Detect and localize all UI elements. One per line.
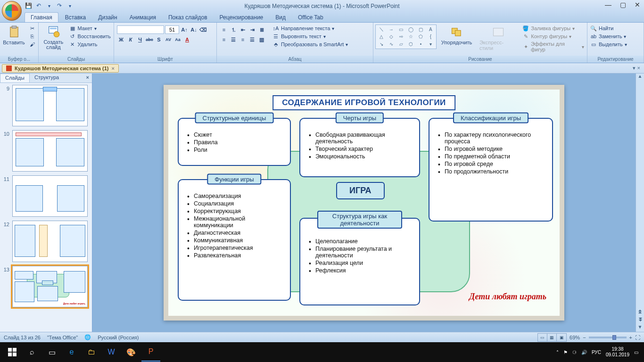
tab-slideshow[interactable]: Показ слайдов bbox=[163, 13, 213, 22]
qat-customize-icon[interactable]: ▾ bbox=[66, 2, 74, 9]
copy-button[interactable]: ⎘ bbox=[28, 33, 36, 40]
bold-button[interactable]: Ж bbox=[117, 35, 125, 44]
slide-title-box[interactable]: СОДЕРЖАНИЕ ИГРОВОЙ ТЕХНОЛОГИИ bbox=[272, 95, 455, 110]
tray-volume-icon[interactable]: 🔊 bbox=[581, 350, 587, 355]
align-text-button[interactable]: ☰Выровнять текст ▾ bbox=[272, 33, 349, 40]
font-color-button[interactable]: A bbox=[183, 35, 191, 44]
slide-thumbnail-10[interactable] bbox=[12, 130, 88, 172]
tray-network-icon[interactable]: ⚆ bbox=[572, 350, 577, 355]
find-button[interactable]: 🔍Найти bbox=[589, 25, 628, 32]
zoom-slider[interactable] bbox=[589, 337, 627, 338]
express-styles-button[interactable]: Экспресс-стили bbox=[477, 25, 520, 52]
minimize-button[interactable]: — bbox=[605, 1, 611, 8]
card-structure[interactable]: Структура игры как деятельности Целепола… bbox=[299, 218, 420, 305]
paint-taskbar-icon[interactable]: 🎨 bbox=[122, 343, 140, 362]
start-button[interactable] bbox=[3, 343, 22, 362]
zoom-in-icon[interactable]: + bbox=[629, 335, 632, 340]
grow-font-icon[interactable]: A↑ bbox=[180, 25, 189, 34]
vertical-scrollbar[interactable]: ▲ ⯭ ⯯ ▼ bbox=[636, 74, 644, 332]
align-right-icon[interactable]: ≡ bbox=[239, 35, 247, 44]
office-button[interactable] bbox=[2, 1, 22, 21]
shape-outline-button[interactable]: ✎Контур фигуры ▾ bbox=[521, 33, 585, 40]
shape-effects-button[interactable]: ✦Эффекты для фигур ▾ bbox=[521, 41, 585, 53]
thumbnail-list[interactable]: 9 10 11 12 13Дети любят играть bbox=[0, 83, 92, 332]
slide-thumbnail-9[interactable] bbox=[12, 85, 88, 126]
cut-button[interactable]: ✂ bbox=[28, 25, 36, 32]
align-center-icon[interactable]: ☰ bbox=[229, 35, 238, 44]
card-traits[interactable]: Черты игры Свободная развивающая деятель… bbox=[299, 118, 420, 177]
shape-fill-button[interactable]: 🪣Заливка фигуры ▾ bbox=[521, 25, 585, 32]
columns-icon[interactable]: ▥ bbox=[257, 35, 266, 44]
slide-thumbnail-11[interactable] bbox=[12, 175, 88, 217]
next-slide-icon[interactable]: ⯯ bbox=[638, 317, 643, 324]
tab-design[interactable]: Дизайн bbox=[92, 13, 123, 22]
line-spacing-icon[interactable]: ≣ bbox=[257, 25, 266, 34]
slideshow-view-button[interactable]: ▣ bbox=[557, 334, 566, 341]
prev-slide-icon[interactable]: ⯭ bbox=[638, 309, 643, 317]
shapes-gallery[interactable]: ＼→▭◯▢A △◇⇨☆⬠{ ↘∿▱⬡•▾ bbox=[375, 25, 437, 49]
undo-more-icon[interactable]: ▾ bbox=[45, 2, 53, 9]
explorer-taskbar-icon[interactable]: 🗀 bbox=[82, 343, 101, 362]
numbering-icon[interactable]: ⒈ bbox=[229, 25, 238, 34]
smartart-button[interactable]: ⬘Преобразовать в SmartArt ▾ bbox=[272, 41, 349, 48]
card-struct-units[interactable]: Структурные единицы Сюжет Правила Роли bbox=[178, 118, 291, 166]
case-button[interactable]: Aa bbox=[173, 35, 182, 44]
status-language[interactable]: Русский (Россия) bbox=[98, 335, 139, 340]
shadow-button[interactable]: S bbox=[155, 35, 163, 44]
children-love-text[interactable]: Дети любят играть bbox=[469, 292, 546, 302]
doctab-dropdown-icon[interactable]: ▾ bbox=[633, 65, 636, 71]
normal-view-button[interactable]: ▭ bbox=[538, 334, 547, 341]
clear-format-icon[interactable]: ⌫ bbox=[199, 25, 207, 34]
indent-inc-icon[interactable]: ⇥ bbox=[248, 25, 256, 34]
slide[interactable]: СОДЕРЖАНИЕ ИГРОВОЙ ТЕХНОЛОГИИ Структурны… bbox=[164, 85, 564, 321]
zoom-percent[interactable]: 69% bbox=[570, 335, 580, 340]
undo-icon[interactable]: ↶ bbox=[35, 2, 42, 9]
edge-taskbar-icon[interactable]: e bbox=[62, 343, 81, 362]
font-name-input[interactable] bbox=[117, 25, 164, 34]
tray-clock[interactable]: 19:38 09.01.2019 bbox=[606, 346, 629, 358]
italic-button[interactable]: К bbox=[126, 35, 135, 44]
card-classifications[interactable]: Классификации игры По характеру психолог… bbox=[429, 118, 553, 222]
text-direction-button[interactable]: ↕AНаправление текста ▾ bbox=[272, 25, 349, 32]
tray-language[interactable]: РУС bbox=[592, 350, 601, 355]
panel-close-icon[interactable]: × bbox=[83, 74, 92, 82]
zoom-out-icon[interactable]: − bbox=[583, 335, 586, 340]
replace-button[interactable]: abЗаменить ▾ bbox=[589, 33, 628, 40]
underline-button[interactable]: Ч bbox=[136, 35, 144, 44]
strike-button[interactable]: abc bbox=[145, 35, 154, 44]
delete-button[interactable]: ✕Удалить bbox=[68, 41, 112, 48]
slide-canvas[interactable]: СОДЕРЖАНИЕ ИГРОВОЙ ТЕХНОЛОГИИ Структурны… bbox=[92, 74, 636, 332]
tab-home[interactable]: Главная bbox=[25, 12, 58, 22]
align-left-icon[interactable]: ≡ bbox=[220, 35, 228, 44]
doctab-close-all-icon[interactable]: × bbox=[637, 65, 640, 71]
document-tab-close-icon[interactable]: × bbox=[111, 66, 114, 71]
bullets-icon[interactable]: ≡ bbox=[220, 25, 228, 34]
save-icon[interactable]: 💾 bbox=[25, 2, 32, 9]
fit-to-window-icon[interactable]: ⛶ bbox=[635, 335, 640, 340]
scroll-up-icon[interactable]: ▲ bbox=[638, 74, 643, 81]
tab-animation[interactable]: Анимация bbox=[124, 13, 162, 22]
select-button[interactable]: ▭Выделить ▾ bbox=[589, 41, 628, 48]
task-view-button[interactable]: ▭ bbox=[42, 343, 61, 362]
tab-review[interactable]: Рецензирование bbox=[214, 13, 269, 22]
maximize-button[interactable]: ▢ bbox=[620, 1, 626, 8]
shrink-font-icon[interactable]: A↓ bbox=[190, 25, 198, 34]
sorter-view-button[interactable]: ▦ bbox=[547, 334, 557, 341]
scroll-down-icon[interactable]: ▼ bbox=[638, 324, 643, 332]
tab-view[interactable]: Вид bbox=[270, 13, 291, 22]
reset-button[interactable]: ↺Восстановить bbox=[68, 33, 112, 40]
igra-box[interactable]: ИГРА bbox=[336, 182, 385, 199]
tray-overflow-icon[interactable]: ˄ bbox=[556, 350, 559, 355]
layout-button[interactable]: ▦Макет ▾ bbox=[68, 25, 112, 32]
tray-notification-icon[interactable]: ⚑ bbox=[563, 350, 568, 355]
close-button[interactable]: ✕ bbox=[635, 1, 640, 8]
panel-tab-structure[interactable]: Структура bbox=[30, 74, 64, 82]
new-slide-button[interactable]: Создать слайд bbox=[41, 25, 66, 51]
slide-thumbnail-12[interactable] bbox=[12, 221, 88, 262]
word-taskbar-icon[interactable]: W bbox=[102, 343, 121, 362]
font-size-input[interactable] bbox=[165, 25, 179, 34]
spacing-button[interactable]: AV bbox=[164, 35, 173, 44]
paste-button[interactable]: Вставить bbox=[2, 25, 26, 46]
slide-thumbnail-13[interactable]: Дети любят играть bbox=[12, 266, 88, 307]
tab-insert[interactable]: Вставка bbox=[59, 13, 92, 22]
